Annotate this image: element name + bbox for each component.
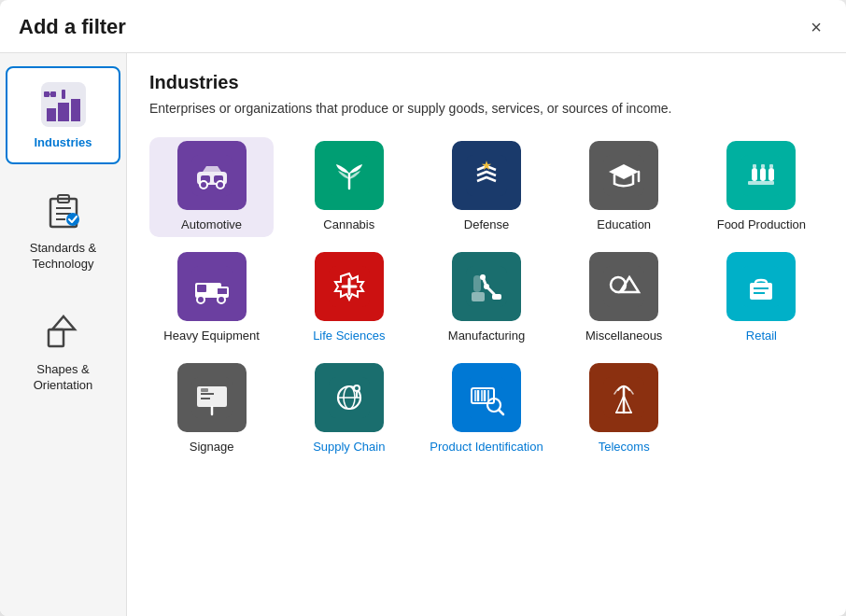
svg-rect-7 xyxy=(62,90,65,99)
svg-rect-5 xyxy=(50,91,56,97)
sidebar: Industries xyxy=(0,53,127,616)
grid-item-life-sciences[interactable]: Life Sciences xyxy=(287,248,411,348)
shapes-orientation-icon xyxy=(38,306,89,357)
sidebar-item-shapes-label: Shapes & Orientation xyxy=(15,362,111,394)
grid-item-heavy-equipment[interactable]: Heavy Equipment xyxy=(149,248,274,348)
grid-item-signage[interactable]: Signage xyxy=(149,359,274,459)
svg-rect-2 xyxy=(58,103,69,121)
svg-point-23 xyxy=(217,181,224,189)
food-production-label: Food Production xyxy=(717,217,806,233)
product-identification-label: Product Identification xyxy=(430,440,543,455)
life-sciences-icon xyxy=(315,252,384,321)
defense-label: Defense xyxy=(464,217,509,233)
svg-point-78 xyxy=(355,386,359,390)
education-icon xyxy=(589,141,658,210)
life-sciences-label: Life Sciences xyxy=(313,329,385,344)
manufacturing-label: Manufacturing xyxy=(448,329,525,344)
sidebar-item-industries-label: Industries xyxy=(34,135,92,151)
grid-item-food-production[interactable]: Food Production xyxy=(699,137,824,237)
svg-point-22 xyxy=(200,181,207,189)
svg-rect-45 xyxy=(218,288,227,294)
industry-grid: Automotive Cannabis xyxy=(149,137,824,459)
industries-icon xyxy=(38,79,89,130)
sidebar-item-shapes-orientation[interactable]: Shapes & Orientation xyxy=(6,293,120,407)
svg-rect-33 xyxy=(752,168,757,181)
svg-rect-38 xyxy=(769,164,773,168)
svg-rect-37 xyxy=(761,164,765,168)
svg-rect-3 xyxy=(71,99,80,121)
signage-label: Signage xyxy=(190,440,234,455)
education-label: Education xyxy=(597,217,651,233)
grid-item-supply-chain[interactable]: Supply Chain xyxy=(287,359,411,459)
content-description: Enterprises or organizations that produc… xyxy=(149,99,824,119)
svg-rect-70 xyxy=(201,388,208,392)
grid-item-cannabis[interactable]: Cannabis xyxy=(287,137,411,237)
cannabis-label: Cannabis xyxy=(323,217,374,233)
food-production-icon xyxy=(726,141,796,210)
close-button[interactable]: × xyxy=(805,16,827,38)
grid-item-telecoms[interactable]: Telecoms xyxy=(562,359,686,459)
grid-item-product-identification[interactable]: Product Identification xyxy=(424,359,548,459)
grid-item-retail[interactable]: Retail xyxy=(699,248,824,348)
telecoms-label: Telecoms xyxy=(599,440,650,455)
grid-item-manufacturing[interactable]: Manufacturing xyxy=(424,248,548,348)
cannabis-icon xyxy=(315,141,384,210)
telecoms-icon xyxy=(589,363,658,432)
product-identification-icon xyxy=(452,363,521,432)
sidebar-item-standards-technology[interactable]: Standards & Technology xyxy=(6,172,120,286)
svg-rect-16 xyxy=(49,329,63,346)
svg-rect-35 xyxy=(768,168,774,181)
defense-icon xyxy=(452,141,521,210)
supply-chain-icon xyxy=(315,363,384,432)
svg-point-44 xyxy=(218,296,225,303)
add-filter-modal: Add a filter × xyxy=(0,0,846,616)
heavy-equipment-label: Heavy Equipment xyxy=(163,329,260,344)
modal-header: Add a filter × xyxy=(0,0,846,53)
retail-icon xyxy=(726,252,796,321)
sidebar-item-standards-label: Standards & Technology xyxy=(15,241,111,273)
heavy-equipment-icon xyxy=(177,252,247,321)
manufacturing-icon xyxy=(452,252,521,321)
svg-rect-34 xyxy=(760,168,766,181)
miscellaneous-icon xyxy=(589,252,658,321)
sidebar-item-industries[interactable]: Industries xyxy=(6,66,120,164)
content-title: Industries xyxy=(149,72,824,93)
svg-point-43 xyxy=(197,296,204,303)
svg-rect-42 xyxy=(197,285,206,292)
content-area: Industries Enterprises or organizations … xyxy=(127,53,846,616)
miscellaneous-label: Miscellaneous xyxy=(585,329,662,344)
modal-title: Add a filter xyxy=(19,15,126,39)
standards-technology-icon xyxy=(38,185,89,235)
automotive-icon xyxy=(177,141,247,210)
grid-item-education[interactable]: Education xyxy=(562,137,686,237)
grid-item-automotive[interactable]: Automotive xyxy=(149,137,274,237)
supply-chain-label: Supply Chain xyxy=(313,440,385,455)
svg-rect-36 xyxy=(753,164,756,168)
retail-label: Retail xyxy=(746,329,777,344)
modal-body: Industries xyxy=(0,53,846,616)
svg-rect-57 xyxy=(472,292,485,301)
grid-item-defense[interactable]: Defense xyxy=(424,137,548,237)
signage-icon xyxy=(177,363,247,432)
grid-item-miscellaneous[interactable]: Miscellaneous xyxy=(562,248,686,348)
svg-rect-32 xyxy=(748,181,774,185)
svg-rect-1 xyxy=(47,108,56,121)
svg-marker-17 xyxy=(52,316,75,329)
svg-rect-58 xyxy=(473,275,481,292)
svg-rect-63 xyxy=(750,283,772,300)
svg-point-55 xyxy=(484,284,489,289)
automotive-label: Automotive xyxy=(181,217,242,233)
